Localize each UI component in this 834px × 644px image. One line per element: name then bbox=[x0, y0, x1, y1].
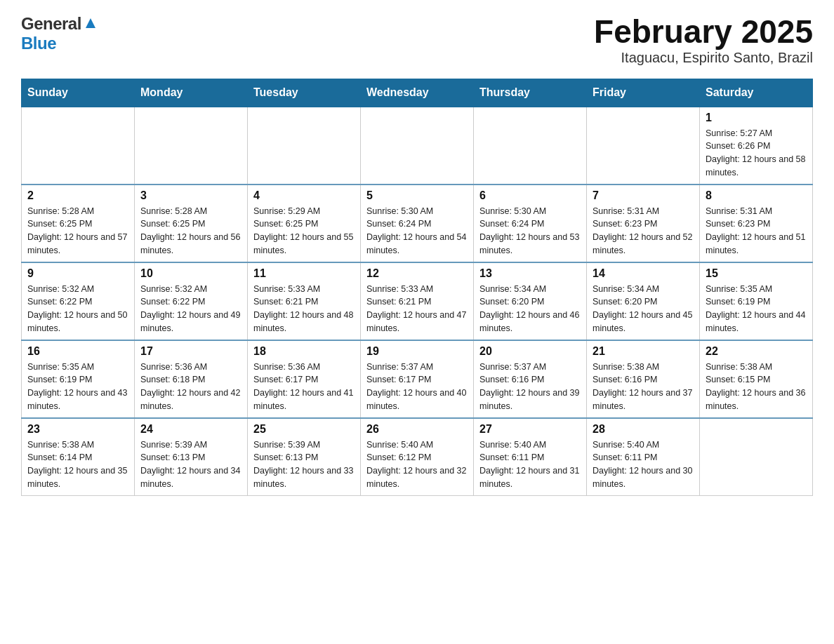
day-info: Sunrise: 5:32 AMSunset: 6:22 PMDaylight:… bbox=[27, 283, 128, 335]
day-info: Sunrise: 5:40 AMSunset: 6:11 PMDaylight:… bbox=[479, 438, 581, 491]
day-info: Sunrise: 5:37 AMSunset: 6:17 PMDaylight:… bbox=[366, 361, 468, 413]
weekday-header-saturday: Saturday bbox=[700, 79, 813, 107]
logo-blue-text: Blue bbox=[21, 34, 56, 53]
page-title: February 2025 bbox=[594, 14, 813, 50]
day-info: Sunrise: 5:34 AMSunset: 6:20 PMDaylight:… bbox=[479, 283, 581, 335]
day-info: Sunrise: 5:33 AMSunset: 6:21 PMDaylight:… bbox=[366, 283, 468, 335]
calendar-cell: 17Sunrise: 5:36 AMSunset: 6:18 PMDayligh… bbox=[135, 340, 248, 418]
day-number: 17 bbox=[140, 345, 241, 358]
calendar-cell bbox=[474, 107, 587, 185]
day-info: Sunrise: 5:28 AMSunset: 6:25 PMDaylight:… bbox=[27, 205, 128, 257]
day-number: 22 bbox=[706, 345, 807, 358]
day-info: Sunrise: 5:27 AMSunset: 6:26 PMDaylight:… bbox=[706, 127, 807, 180]
day-number: 6 bbox=[479, 189, 581, 202]
day-number: 9 bbox=[27, 267, 128, 280]
calendar-cell: 19Sunrise: 5:37 AMSunset: 6:17 PMDayligh… bbox=[361, 340, 474, 418]
day-info: Sunrise: 5:28 AMSunset: 6:25 PMDaylight:… bbox=[140, 205, 241, 257]
title-block: February 2025 Itaguacu, Espirito Santo, … bbox=[594, 14, 813, 66]
day-info: Sunrise: 5:30 AMSunset: 6:24 PMDaylight:… bbox=[366, 205, 468, 257]
day-number: 21 bbox=[593, 345, 694, 358]
day-info: Sunrise: 5:29 AMSunset: 6:25 PMDaylight:… bbox=[253, 205, 355, 257]
calendar-cell bbox=[22, 107, 135, 185]
day-number: 2 bbox=[27, 189, 128, 202]
day-number: 18 bbox=[253, 345, 355, 358]
calendar-week-row: 2Sunrise: 5:28 AMSunset: 6:25 PMDaylight… bbox=[22, 185, 813, 262]
page-subtitle: Itaguacu, Espirito Santo, Brazil bbox=[594, 50, 813, 66]
logo: General Blue bbox=[21, 14, 98, 53]
calendar-week-row: 9Sunrise: 5:32 AMSunset: 6:22 PMDaylight… bbox=[22, 262, 813, 340]
calendar-cell: 28Sunrise: 5:40 AMSunset: 6:11 PMDayligh… bbox=[587, 418, 700, 496]
day-number: 20 bbox=[479, 345, 581, 358]
weekday-header-monday: Monday bbox=[135, 79, 248, 107]
day-info: Sunrise: 5:35 AMSunset: 6:19 PMDaylight:… bbox=[706, 283, 807, 335]
day-number: 28 bbox=[593, 423, 694, 436]
day-number: 15 bbox=[706, 267, 807, 280]
calendar-cell: 27Sunrise: 5:40 AMSunset: 6:11 PMDayligh… bbox=[474, 418, 587, 496]
day-info: Sunrise: 5:36 AMSunset: 6:17 PMDaylight:… bbox=[253, 361, 355, 413]
weekday-header-sunday: Sunday bbox=[22, 79, 135, 107]
day-info: Sunrise: 5:35 AMSunset: 6:19 PMDaylight:… bbox=[27, 361, 128, 413]
day-number: 4 bbox=[253, 189, 355, 202]
svg-marker-0 bbox=[86, 18, 95, 28]
calendar-cell: 9Sunrise: 5:32 AMSunset: 6:22 PMDaylight… bbox=[22, 262, 135, 340]
day-info: Sunrise: 5:38 AMSunset: 6:15 PMDaylight:… bbox=[706, 361, 807, 413]
day-info: Sunrise: 5:40 AMSunset: 6:11 PMDaylight:… bbox=[593, 438, 694, 491]
calendar-week-row: 23Sunrise: 5:38 AMSunset: 6:14 PMDayligh… bbox=[22, 418, 813, 496]
calendar-cell: 11Sunrise: 5:33 AMSunset: 6:21 PMDayligh… bbox=[248, 262, 361, 340]
calendar-cell bbox=[587, 107, 700, 185]
calendar-cell: 14Sunrise: 5:34 AMSunset: 6:20 PMDayligh… bbox=[587, 262, 700, 340]
calendar-cell: 3Sunrise: 5:28 AMSunset: 6:25 PMDaylight… bbox=[135, 185, 248, 262]
logo-triangle-icon bbox=[83, 15, 98, 31]
weekday-header-tuesday: Tuesday bbox=[248, 79, 361, 107]
day-number: 27 bbox=[479, 423, 581, 436]
page-header: General Blue February 2025 Itaguacu, Esp… bbox=[21, 14, 813, 66]
day-info: Sunrise: 5:39 AMSunset: 6:13 PMDaylight:… bbox=[253, 438, 355, 491]
day-info: Sunrise: 5:39 AMSunset: 6:13 PMDaylight:… bbox=[140, 438, 241, 491]
calendar-cell: 12Sunrise: 5:33 AMSunset: 6:21 PMDayligh… bbox=[361, 262, 474, 340]
calendar-cell: 16Sunrise: 5:35 AMSunset: 6:19 PMDayligh… bbox=[22, 340, 135, 418]
day-info: Sunrise: 5:33 AMSunset: 6:21 PMDaylight:… bbox=[253, 283, 355, 335]
calendar-cell: 8Sunrise: 5:31 AMSunset: 6:23 PMDaylight… bbox=[700, 185, 813, 262]
day-number: 5 bbox=[366, 189, 468, 202]
calendar-cell: 22Sunrise: 5:38 AMSunset: 6:15 PMDayligh… bbox=[700, 340, 813, 418]
day-number: 23 bbox=[27, 423, 128, 436]
day-info: Sunrise: 5:32 AMSunset: 6:22 PMDaylight:… bbox=[140, 283, 241, 335]
calendar-cell: 10Sunrise: 5:32 AMSunset: 6:22 PMDayligh… bbox=[135, 262, 248, 340]
calendar-cell: 21Sunrise: 5:38 AMSunset: 6:16 PMDayligh… bbox=[587, 340, 700, 418]
day-info: Sunrise: 5:30 AMSunset: 6:24 PMDaylight:… bbox=[479, 205, 581, 257]
day-info: Sunrise: 5:37 AMSunset: 6:16 PMDaylight:… bbox=[479, 361, 581, 413]
calendar-cell: 20Sunrise: 5:37 AMSunset: 6:16 PMDayligh… bbox=[474, 340, 587, 418]
calendar-week-row: 16Sunrise: 5:35 AMSunset: 6:19 PMDayligh… bbox=[22, 340, 813, 418]
day-number: 19 bbox=[366, 345, 468, 358]
calendar-cell bbox=[135, 107, 248, 185]
logo-general-text: General bbox=[21, 14, 81, 34]
calendar-week-row: 1Sunrise: 5:27 AMSunset: 6:26 PMDaylight… bbox=[22, 107, 813, 185]
day-info: Sunrise: 5:36 AMSunset: 6:18 PMDaylight:… bbox=[140, 361, 241, 413]
day-info: Sunrise: 5:34 AMSunset: 6:20 PMDaylight:… bbox=[593, 283, 694, 335]
day-number: 10 bbox=[140, 267, 241, 280]
day-info: Sunrise: 5:31 AMSunset: 6:23 PMDaylight:… bbox=[593, 205, 694, 257]
calendar-cell: 4Sunrise: 5:29 AMSunset: 6:25 PMDaylight… bbox=[248, 185, 361, 262]
weekday-header-thursday: Thursday bbox=[474, 79, 587, 107]
day-number: 14 bbox=[593, 267, 694, 280]
day-number: 8 bbox=[706, 189, 807, 202]
calendar-header-row: SundayMondayTuesdayWednesdayThursdayFrid… bbox=[22, 79, 813, 107]
calendar-cell bbox=[248, 107, 361, 185]
day-number: 3 bbox=[140, 189, 241, 202]
calendar-cell bbox=[361, 107, 474, 185]
calendar-cell: 7Sunrise: 5:31 AMSunset: 6:23 PMDaylight… bbox=[587, 185, 700, 262]
day-info: Sunrise: 5:40 AMSunset: 6:12 PMDaylight:… bbox=[366, 438, 468, 491]
calendar-cell: 1Sunrise: 5:27 AMSunset: 6:26 PMDaylight… bbox=[700, 107, 813, 185]
day-number: 1 bbox=[706, 112, 807, 124]
day-number: 12 bbox=[366, 267, 468, 280]
weekday-header-wednesday: Wednesday bbox=[361, 79, 474, 107]
calendar-cell: 23Sunrise: 5:38 AMSunset: 6:14 PMDayligh… bbox=[22, 418, 135, 496]
day-number: 13 bbox=[479, 267, 581, 280]
calendar-cell: 5Sunrise: 5:30 AMSunset: 6:24 PMDaylight… bbox=[361, 185, 474, 262]
calendar-cell: 25Sunrise: 5:39 AMSunset: 6:13 PMDayligh… bbox=[248, 418, 361, 496]
calendar-cell: 26Sunrise: 5:40 AMSunset: 6:12 PMDayligh… bbox=[361, 418, 474, 496]
calendar-cell bbox=[700, 418, 813, 496]
calendar-cell: 15Sunrise: 5:35 AMSunset: 6:19 PMDayligh… bbox=[700, 262, 813, 340]
day-number: 25 bbox=[253, 423, 355, 436]
day-info: Sunrise: 5:31 AMSunset: 6:23 PMDaylight:… bbox=[706, 205, 807, 257]
